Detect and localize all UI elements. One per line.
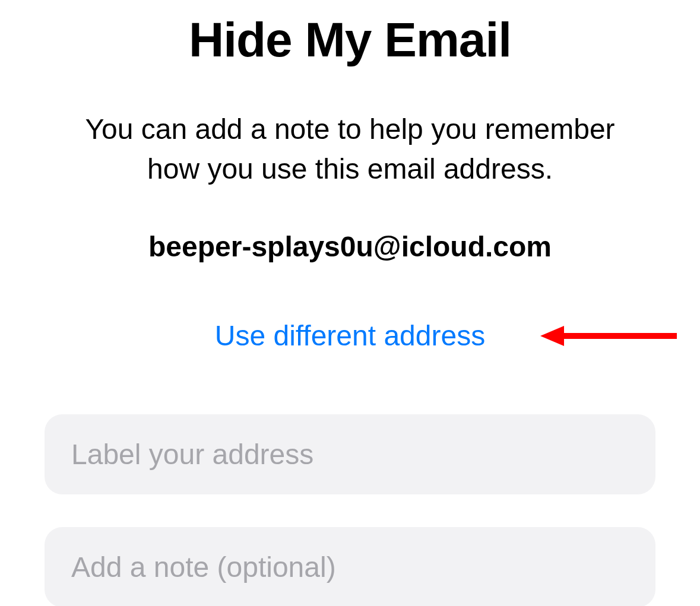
arrow-left-icon — [540, 321, 677, 351]
svg-marker-1 — [540, 326, 564, 346]
page-title: Hide My Email — [30, 12, 670, 68]
label-input[interactable] — [45, 414, 655, 494]
generated-email-address: beeper-splays0u@icloud.com — [30, 230, 670, 263]
note-input[interactable] — [45, 527, 655, 606]
use-different-address-link[interactable]: Use different address — [215, 319, 485, 352]
page-subtitle: You can add a note to help you remember … — [30, 109, 670, 189]
